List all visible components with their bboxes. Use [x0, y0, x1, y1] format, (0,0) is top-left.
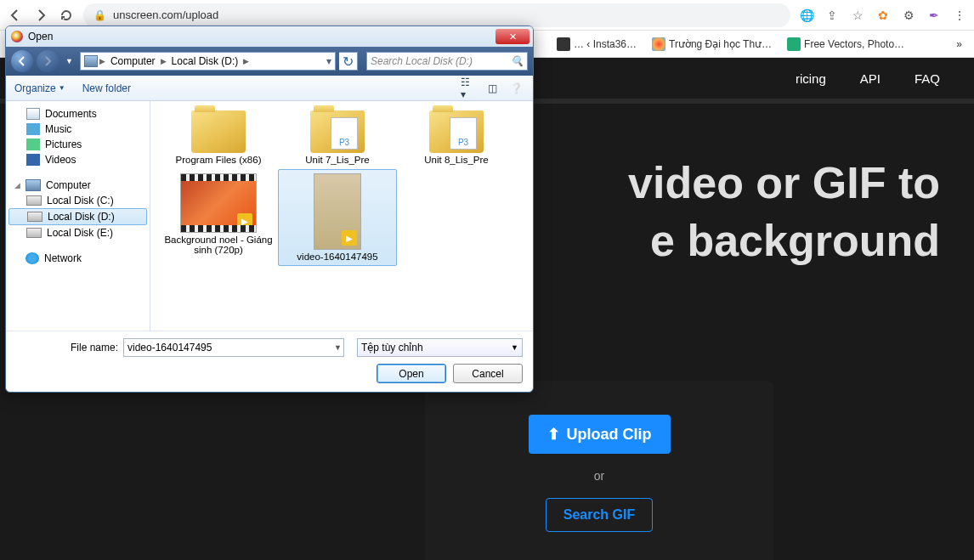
nav-forward-button[interactable] [37, 50, 59, 72]
sidebar-disk-c[interactable]: Local Disk (C:) [6, 193, 150, 208]
breadcrumb-dropdown[interactable]: ▾ [326, 55, 331, 67]
app-icon [11, 31, 23, 42]
search-placeholder: Search Local Disk (D:) [371, 55, 473, 67]
file-pane[interactable]: Program Files (x86) Unit 7_Lis_Pre Unit … [150, 101, 533, 331]
bookmark-insta[interactable]: … ‹ Insta36… [552, 36, 642, 53]
file-label: Background noel - Giáng sinh (720p) [163, 235, 274, 255]
file-label: Unit 7_Lis_Pre [282, 155, 393, 165]
sidebar-label: Network [44, 252, 82, 264]
sidebar-documents[interactable]: Documents [6, 106, 150, 122]
nav-back-button[interactable] [11, 50, 33, 72]
address-bar[interactable]: 🔒 unscreen.com/upload [83, 3, 790, 27]
translate-icon[interactable]: 🌐 [799, 8, 814, 23]
filename-dropdown[interactable]: ▼ [334, 343, 342, 352]
sidebar-disk-d[interactable]: Local Disk (D:) [8, 208, 147, 225]
file-open-dialog: Open ✕ ▼ ▶ Computer ▶ Local Disk (D:) ▶ … [5, 25, 534, 393]
videos-icon [26, 154, 40, 166]
search-input[interactable]: Search Local Disk (D:) 🔍 [366, 52, 528, 71]
disk-icon [26, 228, 42, 238]
play-badge-icon: ▶ [237, 213, 252, 229]
bookmark-icon [557, 37, 570, 51]
file-background-noel[interactable]: ▶Background noel - Giáng sinh (720p) [159, 169, 278, 266]
bookmark-truongdaihoc[interactable]: Trường Đại học Thư… [647, 36, 777, 53]
sidebar-network-group[interactable]: ◢Network [6, 249, 150, 266]
dialog-titlebar[interactable]: Open ✕ [6, 26, 533, 47]
help-button[interactable]: ❔ [507, 81, 524, 96]
disk-icon [26, 195, 42, 206]
forward-button[interactable] [32, 7, 49, 24]
preview-pane-button[interactable]: ◫ [484, 81, 501, 96]
folder-icon [191, 110, 246, 153]
search-icon: 🔍 [511, 55, 524, 67]
dialog-footer: File name: ▼ Tệp tùy chỉnh▼ Open Cancel [6, 331, 533, 390]
sidebar-label: Local Disk (E:) [47, 227, 113, 239]
new-folder-button[interactable]: New folder [82, 82, 131, 94]
sidebar-label: Documents [45, 108, 97, 120]
upload-button-label: Upload Clip [567, 426, 652, 444]
filename-input[interactable] [123, 338, 344, 357]
open-button[interactable]: Open [377, 364, 446, 383]
video-thumbnail: ▶ [314, 173, 361, 250]
file-video-1640147495[interactable]: ▶video-1640147495 [278, 169, 397, 266]
sidebar-music[interactable]: Music [6, 122, 150, 137]
crumb-disk[interactable]: Local Disk (D:) [168, 55, 242, 67]
bookmark-label: Trường Đại học Thư… [669, 38, 772, 50]
file-label: Program Files (x86) [163, 155, 274, 165]
sidebar-computer-group[interactable]: ◢Computer [6, 176, 150, 193]
sidebar-label: Videos [45, 154, 76, 166]
search-gif-button[interactable]: Search GIF [546, 498, 653, 532]
ext-feather-icon[interactable]: ✒ [926, 8, 942, 23]
newfolder-label: New folder [82, 82, 131, 94]
view-mode-button[interactable]: ☷ ▾ [460, 81, 477, 96]
dialog-nav: ▼ ▶ Computer ▶ Local Disk (D:) ▶ ▾ ↻ Sea… [6, 47, 533, 76]
back-button[interactable] [7, 7, 24, 24]
filetype-label: Tệp tùy chỉnh [361, 342, 423, 354]
sidebar-pictures[interactable]: Pictures [6, 137, 150, 152]
filename-label: File name: [16, 342, 118, 354]
bookmark-label: … ‹ Insta36… [574, 38, 637, 50]
dialog-title: Open [28, 31, 53, 42]
bookmark-overflow[interactable]: » [951, 37, 967, 52]
sidebar-label: Music [45, 123, 71, 135]
filetype-select[interactable]: Tệp tùy chỉnh▼ [357, 338, 523, 357]
video-thumbnail: ▶ [180, 173, 257, 233]
toolbar-right: 🌐 ⇪ ☆ ✿ ⚙ ✒ ⋮ [799, 8, 967, 23]
menu-icon[interactable]: ⋮ [952, 8, 967, 23]
bookmark-freevectors[interactable]: Free Vectors, Photo… [782, 36, 909, 53]
cancel-button[interactable]: Cancel [453, 364, 523, 383]
close-button[interactable]: ✕ [495, 29, 529, 44]
open-button-label: Open [399, 368, 423, 380]
crumb-computer[interactable]: Computer [107, 55, 159, 67]
disk-icon [27, 212, 42, 222]
music-icon [26, 123, 40, 135]
nav-history-dropdown[interactable]: ▼ [65, 57, 73, 65]
nav-pricing[interactable]: ricing [796, 71, 826, 86]
computer-icon [84, 55, 98, 67]
folder-unit7[interactable]: Unit 7_Lis_Pre [278, 106, 397, 169]
sidebar-disk-e[interactable]: Local Disk (E:) [6, 225, 150, 240]
network-icon [25, 252, 39, 264]
folder-icon [310, 110, 365, 153]
chevron-right-icon: ▶ [98, 57, 107, 65]
reload-button[interactable] [58, 7, 75, 24]
chevron-right-icon: ▶ [241, 57, 251, 65]
sidebar-videos[interactable]: Videos [6, 152, 150, 167]
bookmark-label: Free Vectors, Photo… [804, 38, 904, 50]
upload-clip-button[interactable]: ⬆ Upload Clip [529, 415, 671, 454]
computer-icon [25, 179, 41, 191]
folder-program-files[interactable]: Program Files (x86) [159, 106, 278, 169]
file-label: Unit 8_Lis_Pre [401, 155, 512, 165]
refresh-button[interactable]: ↻ [339, 52, 358, 71]
cancel-button-label: Cancel [472, 368, 503, 380]
star-icon[interactable]: ☆ [850, 8, 865, 23]
folder-icon [429, 110, 484, 153]
organize-menu[interactable]: Organize▼ [14, 82, 65, 94]
breadcrumb-bar[interactable]: ▶ Computer ▶ Local Disk (D:) ▶ ▾ [80, 52, 336, 71]
share-icon[interactable]: ⇪ [824, 8, 840, 23]
ext-gear-icon[interactable]: ⚙ [901, 8, 916, 23]
folder-unit8[interactable]: Unit 8_Lis_Pre [397, 106, 516, 169]
ext-carrot-icon[interactable]: ✿ [875, 8, 891, 23]
nav-api[interactable]: API [860, 71, 881, 86]
nav-faq[interactable]: FAQ [915, 71, 940, 86]
upload-icon: ⬆ [547, 425, 560, 444]
